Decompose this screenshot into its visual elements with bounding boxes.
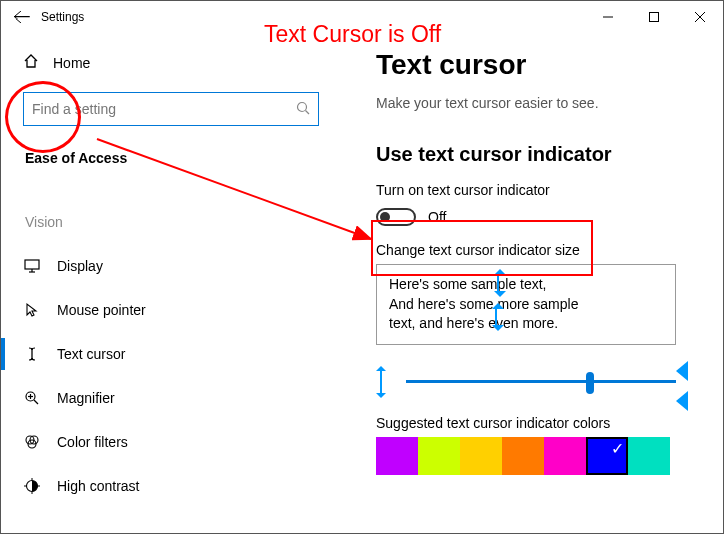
home-icon: [23, 53, 39, 72]
slider-min-icon: [380, 371, 382, 393]
window-title: Settings: [41, 10, 84, 24]
back-button[interactable]: 🡠: [13, 7, 41, 28]
color-swatch[interactable]: [628, 437, 670, 475]
nav-label: Magnifier: [57, 390, 115, 406]
annotation-circle: [5, 81, 81, 153]
svg-line-11: [34, 400, 38, 404]
nav-item-magnifier[interactable]: Magnifier: [1, 376, 331, 420]
page-title: Text cursor: [376, 49, 723, 81]
color-filters-icon: [23, 434, 41, 450]
sample-line: text, and here's even more.: [389, 314, 663, 334]
svg-rect-6: [25, 260, 39, 269]
search-icon: [296, 101, 310, 118]
slider-max-icon: [676, 391, 688, 411]
slider-track: [406, 380, 676, 383]
home-label: Home: [53, 55, 90, 71]
close-button[interactable]: [677, 1, 723, 33]
color-swatch[interactable]: [376, 437, 418, 475]
nav-label: High contrast: [57, 478, 139, 494]
magnifier-icon: [23, 390, 41, 406]
cursor-indicator-preview: [497, 275, 499, 291]
sample-line: And here's some more sample: [389, 295, 663, 315]
color-swatch[interactable]: [544, 437, 586, 475]
svg-rect-1: [650, 13, 659, 22]
content-pane: Text cursor Make your text cursor easier…: [331, 33, 723, 533]
text-cursor-icon: [23, 346, 41, 362]
svg-line-5: [306, 110, 310, 114]
nav-item-display[interactable]: Display: [1, 244, 331, 288]
nav-label: Text cursor: [57, 346, 125, 362]
section-heading: Use text cursor indicator: [376, 143, 723, 166]
toggle-label: Turn on text cursor indicator: [376, 182, 723, 198]
color-swatches: [376, 437, 723, 475]
slider-thumb[interactable]: [586, 372, 594, 394]
nav-item-high-contrast[interactable]: High contrast: [1, 464, 331, 508]
colors-label: Suggested text cursor indicator colors: [376, 415, 723, 431]
nav-item-text-cursor[interactable]: Text cursor: [1, 332, 331, 376]
minimize-button[interactable]: [585, 1, 631, 33]
nav-label: Color filters: [57, 434, 128, 450]
cursor-indicator-preview: [495, 309, 497, 325]
nav-label: Mouse pointer: [57, 302, 146, 318]
mouse-pointer-icon: [23, 302, 41, 318]
display-icon: [23, 259, 41, 273]
size-slider[interactable]: [376, 367, 676, 397]
color-swatch[interactable]: [418, 437, 460, 475]
page-subtitle: Make your text cursor easier to see.: [376, 95, 723, 111]
color-swatch[interactable]: [586, 437, 628, 475]
category-label: Vision: [1, 184, 331, 244]
annotation-box: [371, 220, 593, 276]
annotation-title: Text Cursor is Off: [264, 21, 441, 48]
nav-item-color-filters[interactable]: Color filters: [1, 420, 331, 464]
nav-item-mouse-pointer[interactable]: Mouse pointer: [1, 288, 331, 332]
svg-point-4: [298, 102, 307, 111]
sample-text-box: Here's some sample text, And here's some…: [376, 264, 676, 345]
sample-line: Here's some sample text,: [389, 275, 663, 295]
slider-max-icon: [676, 361, 688, 381]
maximize-button[interactable]: [631, 1, 677, 33]
color-swatch[interactable]: [460, 437, 502, 475]
high-contrast-icon: [23, 478, 41, 494]
color-swatch[interactable]: [502, 437, 544, 475]
nav-label: Display: [57, 258, 103, 274]
